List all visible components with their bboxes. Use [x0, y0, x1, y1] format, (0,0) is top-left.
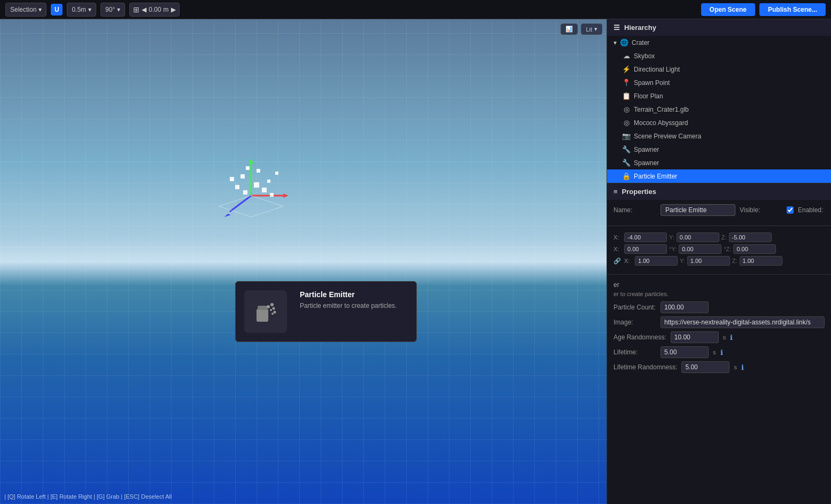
logo-icon: U [51, 4, 63, 15]
hierarchy-item-label: Crater [632, 39, 649, 46]
tooltip-popup: Particle Emitter Particle emitter to cre… [235, 281, 417, 342]
age-randomness-input[interactable] [671, 331, 719, 343]
viewport-hints: | [Q] Rotate Left | [E] Rotate Right | [… [4, 493, 172, 500]
particle-emitter-visual [198, 142, 305, 249]
open-scene-button[interactable]: Open Scene [701, 3, 755, 16]
viewport-mode-dropdown[interactable]: Lit ▾ [581, 24, 602, 35]
viewport-stats-icon[interactable]: 📊 [561, 24, 578, 35]
hierarchy-item-label: Floor Plan [634, 92, 663, 100]
lifetime-row: Lifetime: s ℹ [613, 346, 825, 358]
scale-z-input[interactable] [740, 256, 782, 266]
hierarchy-item-scene-preview-camera[interactable]: 📷Scene Preview Camera [607, 129, 831, 143]
grid-size-dropdown[interactable]: 0.5m ▾ [67, 3, 96, 17]
emitter-desc: er to create particles. [613, 291, 825, 297]
hierarchy-item-spawner[interactable]: 🔧Spawner [607, 143, 831, 156]
svg-rect-18 [257, 309, 268, 322]
expand-icon[interactable]: ▾ [613, 39, 617, 46]
hierarchy-item-icon: ⚡ [622, 65, 631, 73]
particle-count-label: Particle Count: [613, 304, 656, 311]
svg-rect-11 [246, 166, 250, 170]
particle-count-input[interactable] [661, 301, 709, 313]
lifetime-info-icon[interactable]: ℹ [720, 348, 723, 356]
svg-rect-19 [258, 306, 267, 310]
rot-y-input[interactable] [679, 244, 721, 254]
lifetime-randomness-info-icon[interactable]: ℹ [741, 363, 744, 371]
rot-z-input[interactable] [733, 244, 776, 254]
svg-rect-6 [240, 174, 245, 179]
hierarchy-panel: ☰ Hierarchy ▾ 🌐Crater☁Skybox⚡Directional… [607, 19, 831, 183]
tooltip-particle-icon [244, 290, 287, 333]
chevron-down-icon: ▾ [594, 26, 597, 33]
transform-section: X: Y: Z: X: °Y: °Z: [607, 228, 831, 272]
pos-z-input[interactable] [729, 232, 772, 242]
svg-rect-16 [270, 193, 274, 197]
lifetime-randomness-row: Lifetime Randomness: s ℹ [613, 361, 825, 373]
lifetime-randomness-input[interactable] [681, 361, 729, 373]
svg-marker-17 [219, 196, 283, 217]
selection-label: Selection [10, 6, 36, 13]
hierarchy-item-icon: 🔧 [622, 145, 631, 153]
hierarchy-item-mococo-abyssgard[interactable]: ◎Mococo Abyssgard [607, 116, 831, 129]
svg-marker-3 [249, 158, 253, 164]
viewport[interactable]: 📊 Lit ▾ | [Q] Rotate Left | [E] Rotate R… [0, 19, 607, 504]
age-info-icon[interactable]: ℹ [730, 334, 733, 342]
hierarchy-item-terrain_crater1.glb[interactable]: ◎Terrain_Crater1.glb [607, 103, 831, 116]
name-row: Name: Visible: Enabled: [613, 204, 825, 216]
enabled-label: Enabled: [798, 206, 831, 214]
properties-header: ≡ Properties [607, 183, 831, 200]
svg-rect-7 [257, 169, 260, 173]
hierarchy-item-floor-plan[interactable]: 📋Floor Plan [607, 89, 831, 103]
topbar: Selection ▾ U 0.5m ▾ 90° ▾ ⊞ ◀ 0.00 m ▶ … [0, 0, 831, 19]
left-arrow-icon[interactable]: ◀ [142, 6, 146, 13]
link-icon: 🔗 [613, 258, 622, 265]
hierarchy-item-skybox[interactable]: ☁Skybox [607, 49, 831, 63]
x-label: X: [624, 258, 633, 264]
svg-rect-10 [262, 188, 267, 192]
hierarchy-item-label: Skybox [634, 52, 655, 60]
grid-toggle: ⊞ ◀ 0.00 m ▶ [129, 3, 179, 17]
svg-point-25 [271, 313, 274, 315]
hierarchy-item-directional-light[interactable]: ⚡Directional Light [607, 63, 831, 76]
hierarchy-list: ▾ 🌐Crater☁Skybox⚡Directional Light📍Spawn… [607, 36, 831, 183]
tooltip-title: Particle Emitter [300, 290, 397, 299]
svg-point-24 [274, 311, 276, 314]
hierarchy-item-label: Directional Light [634, 66, 680, 73]
age-randomness-label: Age Randomness: [613, 334, 666, 341]
hierarchy-item-spawner[interactable]: 🔧Spawner [607, 156, 831, 169]
hierarchy-item-icon: 🌐 [620, 38, 628, 46]
visible-label: Visible: [740, 206, 782, 214]
scale-y-input[interactable] [687, 256, 730, 266]
age-unit: s [723, 334, 726, 340]
scale-x-input[interactable] [635, 256, 678, 266]
pos-y-input[interactable] [677, 232, 719, 242]
hierarchy-item-label: Terrain_Crater1.glb [634, 106, 689, 113]
hierarchy-item-icon: 🔧 [622, 159, 631, 167]
hierarchy-item-label: Spawner [634, 146, 659, 153]
hierarchy-item-particle-emitter[interactable]: 🔒Particle Emitter [607, 169, 831, 183]
tooltip-description: Particle emitter to create particles. [300, 302, 397, 309]
angle-dropdown[interactable]: 90° ▾ [100, 3, 125, 17]
name-input[interactable] [661, 204, 735, 216]
chevron-down-icon: ▾ [117, 6, 120, 13]
scale-row: 🔗 X: Y: Z: [613, 256, 825, 266]
grid-overlay [0, 19, 607, 504]
publish-scene-button[interactable]: Publish Scene... [759, 3, 826, 16]
age-randomness-row: Age Randomness: s ℹ [613, 331, 825, 343]
rot-x-input[interactable] [624, 244, 667, 254]
image-input[interactable] [661, 316, 825, 328]
right-arrow-icon[interactable]: ▶ [171, 6, 176, 13]
x-label: X: [613, 234, 622, 241]
properties-panel: ≡ Properties Name: Visible: Enabled: X: [607, 183, 831, 504]
visible-checkbox[interactable] [787, 206, 794, 214]
svg-rect-12 [275, 172, 278, 175]
chevron-down-icon: ▾ [38, 6, 42, 13]
emitter-section: er er to create particles. Particle Coun… [607, 277, 831, 381]
position-x-row: X: Y: Z: [613, 232, 825, 242]
hierarchy-item-label: Particle Emitter [634, 173, 677, 180]
selection-dropdown[interactable]: Selection ▾ [5, 3, 46, 17]
lifetime-input[interactable] [661, 346, 709, 358]
hierarchy-item-spawn-point[interactable]: 📍Spawn Point [607, 76, 831, 89]
pos-x-input[interactable] [624, 232, 667, 242]
hierarchy-item-crater[interactable]: ▾ 🌐Crater [607, 36, 831, 49]
lifetime-label: Lifetime: [613, 348, 656, 356]
